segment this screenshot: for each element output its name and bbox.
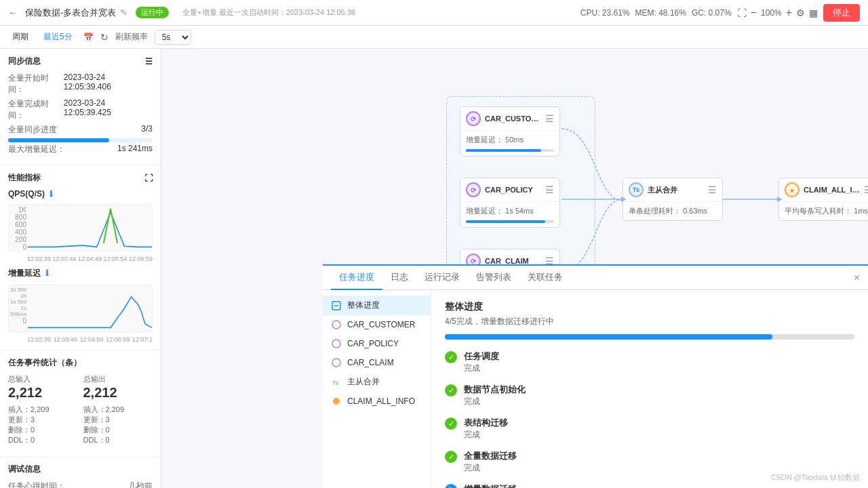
stop-button[interactable]: 停止	[823, 4, 860, 22]
delay-info-icon[interactable]: ℹ	[45, 268, 49, 278]
node-car-customer[interactable]: ⟳ CAR_CUSTOM... ☰ 增量延迟： 50ms	[460, 106, 560, 157]
output-label: 总输出	[83, 374, 153, 384]
tab-run-record[interactable]: 运行记录	[416, 266, 468, 290]
task-item-incremental: ↻ 增量数据迁移 进行中	[445, 483, 854, 488]
node-merge[interactable]: Ts 主从合并 ☰ 单条处理耗时： 0.63ms	[623, 178, 723, 221]
svg-point-6	[332, 359, 340, 367]
overall-icon	[331, 300, 342, 311]
progress-subtitle: 4/5完成，增量数据迁移进行中	[445, 316, 854, 327]
merge-node-name: 主从合并	[648, 185, 677, 195]
progress-nav-claim[interactable]: CAR_CLAIM	[323, 353, 431, 372]
bottom-content: 整体进度 CAR_CUSTOMER CAR_POLICY	[323, 290, 868, 488]
refresh-sync-icon[interactable]: ↻	[100, 32, 108, 43]
merge-node-icon: Ts	[629, 182, 644, 197]
settings-icon[interactable]: ⚙	[796, 7, 805, 18]
max-delay-label: 最大增量延迟：	[8, 144, 65, 155]
policy-node-icon: ⟳	[466, 182, 481, 197]
task-full-name: 全量数据迁移	[464, 450, 517, 462]
edit-icon[interactable]: ✎	[120, 7, 127, 18]
customer-node-icon: ⟳	[466, 111, 481, 126]
max-delay-value: 1s 241ms	[117, 144, 153, 155]
customer-nav-label: CAR_CUSTOMER	[347, 320, 415, 329]
customer-node-name: CAR_CUSTOM...	[485, 115, 541, 123]
heartbeat-label: 任务心跳时间：	[8, 481, 65, 488]
progress-nav-customer[interactable]: CAR_CUSTOMER	[323, 315, 431, 334]
task-full-icon: ✓	[445, 451, 457, 463]
end-time-row: 全量完成时间： 2023-03-24 12:05:39.425	[8, 98, 153, 121]
qps-y-labels: 1K8006004002000	[9, 205, 28, 240]
period-label: 周期	[8, 30, 33, 44]
progress-right-content: 整体进度 4/5完成，增量数据迁移进行中 ✓ 任务调度 完成 ✓	[431, 290, 868, 488]
progress-nav-output[interactable]: CLAIM_ALL_INFO	[323, 392, 431, 411]
tab-task-progress[interactable]: 任务进度	[331, 266, 382, 290]
qps-x-labels: 12:02:3912:03:4412:04:4912:05:5412:06:59	[8, 254, 153, 262]
perf-title: 性能指标	[8, 172, 41, 184]
fullscreen-icon[interactable]: ⛶	[737, 7, 747, 18]
policy-menu-icon[interactable]: ☰	[545, 184, 554, 195]
tab-related[interactable]: 关联任务	[519, 266, 571, 290]
delay-chart-inner	[28, 285, 152, 331]
calendar-icon[interactable]: 📅	[83, 33, 94, 42]
overall-nav-label: 整体进度	[347, 300, 380, 311]
merge-nav-label: 主从合并	[347, 376, 380, 388]
sync-progress-row: 全量同步进度 3/3	[8, 124, 153, 136]
canvas-area[interactable]: ⟳ CAR_CUSTOM... ☰ 增量延迟： 50ms ⟳ CAR_POLIC…	[161, 49, 868, 488]
period-recent-button[interactable]: 最近5分	[39, 30, 77, 44]
sync-menu-icon[interactable]: ☰	[145, 57, 153, 66]
policy-nav-icon	[331, 338, 342, 349]
policy-progress-bar	[466, 220, 554, 223]
secondbar: 周期 最近5分 📅 ↻ 刷新频率 5s 1s 3s 10s 30s	[0, 26, 868, 49]
progress-nav-merge[interactable]: Ts 主从合并	[323, 372, 431, 392]
left-panel: 同步信息 ☰ 全量开始时间： 2023-03-24 12:05:39.406 全…	[0, 49, 161, 488]
sync-progress-value: 3/3	[141, 124, 153, 136]
zoom-minus-button[interactable]: −	[751, 7, 757, 19]
claim-nav-icon	[331, 357, 342, 368]
input-value: 2,212	[8, 384, 78, 401]
progress-nav-policy[interactable]: CAR_POLICY	[323, 334, 431, 353]
debug-section: 调试信息 任务心跳时间： 几秒前	[0, 457, 161, 488]
sync-progress-label: 全量同步进度	[8, 124, 57, 136]
output-delay: 平均每条写入耗时： 1ms	[785, 207, 868, 215]
sub-stats: 插入：2,209 更新：3 删除：0 DDL：0 插入：2,209 更新：3 删…	[8, 405, 153, 445]
output-sub: 插入：2,209 更新：3 删除：0 DDL：0	[83, 405, 153, 445]
perf-section: 性能指标 ⛶ QPS(Q/S) ℹ 1K8006004002000	[0, 165, 161, 350]
claim-nav-label: CAR_CLAIM	[347, 358, 394, 367]
task-schedule-status: 完成	[464, 363, 499, 374]
progress-nav-overall[interactable]: 整体进度	[323, 296, 431, 315]
zoom-plus-button[interactable]: +	[786, 7, 792, 19]
layout-icon[interactable]: ▦	[809, 7, 818, 18]
qps-info-icon[interactable]: ℹ	[50, 189, 53, 199]
merge-nav-icon: Ts	[331, 377, 342, 388]
input-label: 总输入	[8, 374, 78, 384]
task-schedule-icon: ✓	[445, 351, 457, 363]
end-time-label: 全量完成时间：	[8, 98, 64, 121]
input-stat: 总输入 2,212	[8, 374, 78, 401]
node-car-policy[interactable]: ⟳ CAR_POLICY ☰ 增量延迟： 1s 54ms	[460, 178, 560, 228]
task-incremental-icon: ↻	[445, 484, 457, 488]
task-item-init: ✓ 数据节点初始化 完成	[445, 384, 854, 407]
progress-left-nav: 整体进度 CAR_CUSTOMER CAR_POLICY	[323, 290, 431, 488]
back-button[interactable]: ←	[8, 7, 17, 18]
delay-title: 增量延迟 ℹ	[8, 268, 153, 279]
end-time-value: 2023-03-24 12:05:39.425	[64, 98, 153, 121]
topbar: ← 保险数据-多表合并宽表 ✎ 运行中 全量+增量 最近一次启动时间：2023-…	[0, 0, 868, 26]
mem-stat: MEM: 48.16%	[635, 8, 686, 18]
perf-expand-icon[interactable]: ⛶	[144, 174, 153, 183]
node-output[interactable]: ● CLAIM_ALL_IN... ☰ 平均每条写入耗时： 1ms	[778, 178, 868, 221]
merge-menu-icon[interactable]: ☰	[708, 184, 717, 195]
main-layout: 同步信息 ☰ 全量开始时间： 2023-03-24 12:05:39.406 全…	[0, 49, 868, 488]
tab-alert[interactable]: 告警列表	[468, 266, 519, 290]
task-full-status: 完成	[464, 462, 517, 474]
customer-menu-icon[interactable]: ☰	[545, 113, 554, 124]
svg-text:Ts: Ts	[332, 380, 339, 386]
output-stat: 总输出 2,212	[83, 374, 153, 401]
bottom-close-icon[interactable]: ×	[854, 272, 860, 284]
svg-point-5	[332, 340, 340, 348]
output-node-icon: ●	[785, 182, 800, 197]
tab-log[interactable]: 日志	[382, 266, 416, 290]
output-value: 2,212	[83, 384, 153, 401]
output-menu-icon[interactable]: ☰	[864, 184, 868, 195]
refresh-select[interactable]: 5s 1s 3s 10s 30s	[155, 30, 191, 45]
task-incremental-name: 增量数据迁移	[464, 483, 517, 488]
topbar-right: CPU: 23.61% MEM: 48.16% GC: 0.07% ⛶ − 10…	[580, 4, 860, 22]
